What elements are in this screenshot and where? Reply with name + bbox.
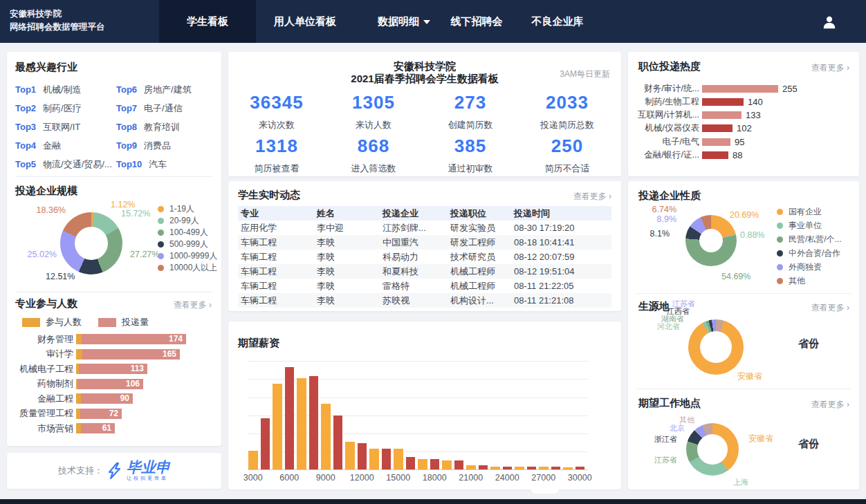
table-cell: 李映 <box>314 235 380 250</box>
majors-category: 质量管理工程 <box>7 407 76 420</box>
table-cell: 08-11 21:22:05 <box>511 279 611 293</box>
table-cell: 机械工程师 <box>448 264 511 279</box>
x-tick-label: 24000 <box>495 473 519 483</box>
job-heat-value: 140 <box>748 97 763 107</box>
company-size-title: 投递企业规模 <box>15 185 77 198</box>
table-cell: 李映 <box>314 293 380 308</box>
table-cell: 科易动力 <box>380 250 448 264</box>
legend-dot <box>777 209 783 215</box>
pct-label: 6.74% <box>636 205 676 214</box>
table-header: 投递时间 <box>511 206 611 221</box>
table-cell: 应用化学 <box>238 221 314 235</box>
histogram-bar <box>406 457 416 469</box>
job-heat-title: 职位投递热度 <box>638 60 701 73</box>
table-cell: 08-11 21:21:08 <box>511 293 611 308</box>
job-heat-more-link[interactable]: 查看更多 <box>811 62 849 74</box>
realtime-more-link[interactable]: 查看更多 <box>573 191 611 203</box>
origin-more-link[interactable]: 查看更多 <box>811 302 849 314</box>
tab-employer-board[interactable]: 用人单位看板 <box>257 0 353 43</box>
legend-item: 100-499人 <box>158 227 217 239</box>
realtime-table: 专业姓名投递企业投递职位投递时间应用化学李中迎江苏剑牌...研发实验员08-30… <box>238 206 611 308</box>
job-heat-category: 金融/银行/证... <box>628 149 702 161</box>
x-tick-label: 27000 <box>531 473 555 483</box>
interest-industry: 金融 <box>43 140 61 151</box>
pct-label: 12.51% <box>46 272 75 281</box>
histogram-bar <box>382 449 391 469</box>
majors-bar-row: 质量管理工程 72 <box>7 409 214 419</box>
table-header: 投递企业 <box>380 206 448 221</box>
legend-dot <box>158 230 164 236</box>
majors-more-link[interactable]: 查看更多 <box>174 299 212 311</box>
interest-industry: 物流/交通/贸易/... <box>43 159 112 169</box>
table-row: 应用化学李中迎江苏剑牌...研发实验员08-30 17:19:20 <box>238 221 611 235</box>
stat-label: 来访次数 <box>228 119 325 131</box>
origin-title: 生源地 <box>638 300 670 313</box>
stat-value: 1318 <box>228 136 325 157</box>
stat-value: 36345 <box>228 92 325 113</box>
job-heat-row: 电子/电气 95 <box>628 138 856 146</box>
legend-item: 1000-9999人 <box>158 250 217 262</box>
legend-dot <box>158 265 164 271</box>
brand-name: 毕业申 <box>127 460 170 474</box>
pct-label: 0.88% <box>740 230 764 240</box>
workplace-donut <box>686 423 739 476</box>
geo-label: 河北省 <box>657 321 680 332</box>
user-icon[interactable] <box>822 15 837 30</box>
divider <box>15 176 213 177</box>
table-cell: 李映 <box>314 279 380 293</box>
legend-dot <box>158 241 164 248</box>
left-panel: 最感兴趣行业 投递企业规模 1.12% 15.72% 18.36% 27.27%… <box>7 52 221 446</box>
workplace-title: 期望工作地点 <box>638 397 701 410</box>
workplace-more-link[interactable]: 查看更多 <box>811 399 849 411</box>
table-cell: 机构设计... <box>448 293 511 308</box>
table-cell: 车辆工程 <box>238 264 314 279</box>
pct-label: 18.36% <box>33 205 66 215</box>
geo-label: 浙江省 <box>654 434 677 445</box>
majors-bar-row: 药物制剂 106 <box>7 379 214 389</box>
salary-x-axis: 3000600090001200015000180002100024000270… <box>248 473 588 484</box>
histogram-bar <box>273 384 282 469</box>
table-cell: 车辆工程 <box>238 235 314 250</box>
job-heat-value: 95 <box>735 137 744 147</box>
table-cell: 技术研究员 <box>448 250 511 264</box>
table-row: 车辆工程李映雷格特机械工程师08-11 21:22:05 <box>238 279 611 293</box>
tab-student-board[interactable]: 学生看板 <box>159 0 256 43</box>
interest-item: Top7电子/通信 <box>116 102 183 115</box>
legend-label: 10000人以上 <box>169 262 217 274</box>
interest-item: Top1机械/制造 <box>15 84 82 96</box>
interest-item: Top2制药/医疗 <box>15 102 82 115</box>
histogram-bar <box>430 459 440 469</box>
realtime-title: 学生实时动态 <box>238 189 300 202</box>
tab-bad-company-db[interactable]: 不良企业库 <box>509 0 606 43</box>
salary-histogram <box>248 361 588 470</box>
biyeshen-logo-icon <box>106 462 124 480</box>
table-cell: 08-18 10:41:41 <box>511 235 611 250</box>
legend-item: 外商独资 <box>777 260 842 274</box>
stat-label: 通过初审数 <box>422 162 519 175</box>
origin-donut <box>688 319 744 375</box>
job-heat-bar <box>702 124 733 132</box>
table-cell: 李映 <box>314 264 380 279</box>
interest-rank: Top3 <box>15 122 36 132</box>
submissions-bar: 174 <box>82 334 186 344</box>
geo-label: 北京 <box>670 423 685 433</box>
table-header: 专业 <box>238 206 314 221</box>
table-header: 姓名 <box>314 206 380 221</box>
legend-label: 1000-9999人 <box>169 250 217 262</box>
table-row: 车辆工程李映苏映视机构设计...08-11 21:21:08 <box>238 293 611 308</box>
histogram-bar <box>479 465 488 469</box>
geo-label: 安徽省 <box>737 371 762 382</box>
submissions-bar: 90 <box>81 393 133 404</box>
interest-industry: 电子/通信 <box>144 103 183 113</box>
histogram-bar <box>539 467 549 469</box>
stat-cell: 868进入筛选数 <box>325 136 422 175</box>
stat-value: 2033 <box>519 92 616 113</box>
legend-item: 500-999人 <box>158 239 217 250</box>
job-heat-category: 财务/审计/统... <box>628 83 702 95</box>
legend-dot <box>777 278 783 284</box>
legend-label: 其他 <box>789 275 805 287</box>
stat-cell: 273创建简历数 <box>422 92 519 131</box>
interest-item: Top3互联网/IT <box>15 121 80 133</box>
interest-rank: Top2 <box>15 103 36 113</box>
legend-item: 国有企业 <box>777 205 842 218</box>
